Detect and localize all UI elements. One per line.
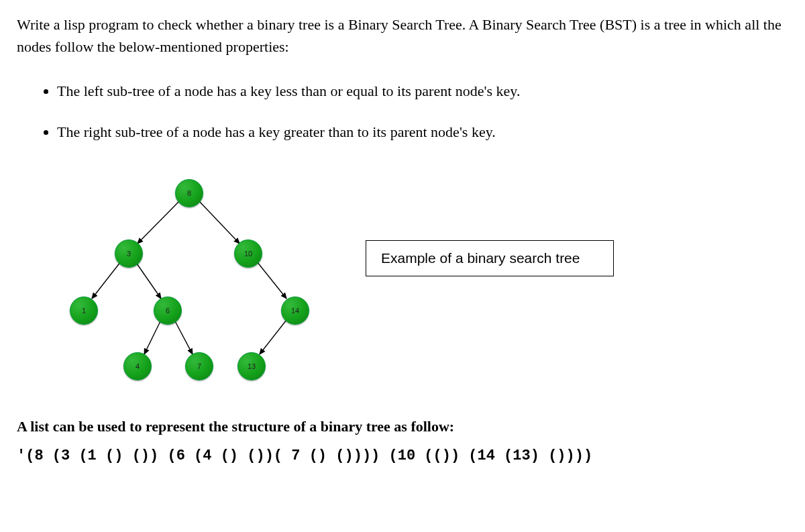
svg-line-1 — [199, 201, 239, 244]
tree-node-8: 8 — [175, 179, 203, 207]
property-item-2: The right sub-tree of a node has a key g… — [57, 122, 792, 143]
intro-text: Write a lisp program to check whether a … — [17, 13, 792, 58]
tree-node-3: 3 — [115, 240, 143, 268]
tree-node-14: 14 — [281, 297, 309, 325]
svg-line-6 — [174, 320, 193, 354]
property-item-1: The left sub-tree of a node has a key le… — [57, 81, 792, 102]
svg-line-7 — [260, 320, 286, 354]
tree-node-7: 7 — [185, 352, 213, 380]
caption-box: Example of a binary search tree — [366, 240, 614, 276]
lisp-list-code: '(8 (3 (1 () ()) (6 (4 () ())( 7 () ()))… — [17, 447, 792, 464]
svg-line-5 — [144, 320, 161, 354]
list-representation-label: A list can be used to represent the stru… — [17, 418, 792, 435]
tree-node-10: 10 — [234, 240, 262, 268]
tree-node-6: 6 — [154, 297, 182, 325]
svg-line-3 — [137, 264, 161, 299]
tree-node-1: 1 — [70, 297, 98, 325]
diagram-row: 8 3 10 1 6 14 4 7 13 Example of a binary… — [17, 170, 792, 398]
svg-line-0 — [138, 201, 179, 244]
tree-node-4: 4 — [123, 352, 152, 380]
tree-node-13: 13 — [237, 352, 266, 380]
svg-line-2 — [92, 262, 121, 299]
properties-list: The left sub-tree of a node has a key le… — [17, 81, 792, 143]
svg-line-4 — [257, 262, 286, 299]
bst-tree-diagram: 8 3 10 1 6 14 4 7 13 — [50, 170, 345, 398]
